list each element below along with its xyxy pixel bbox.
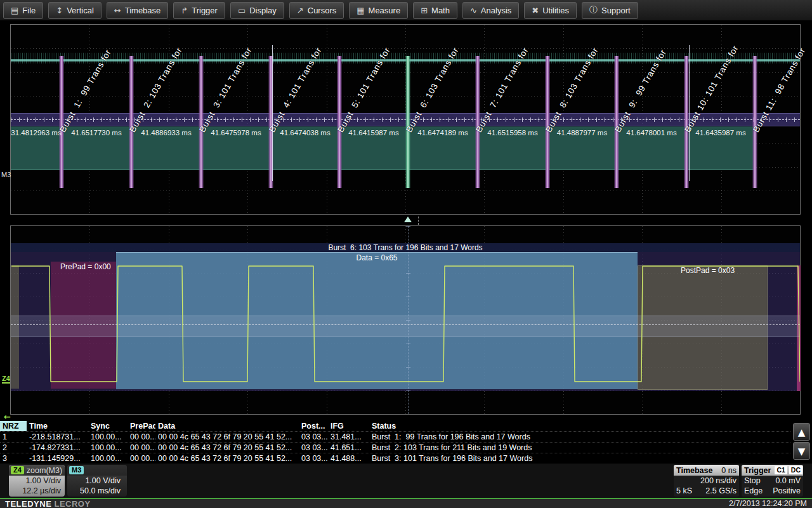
table-row[interactable]: 3-131.145929...100.00...00 00...00 00 4c… — [0, 453, 790, 464]
menu-button-support[interactable]: ⓘSupport — [582, 2, 638, 19]
cell: 41.488... — [328, 453, 369, 464]
cell: -218.518731... — [27, 432, 88, 442]
m3-descriptor-box[interactable]: M3 1.00 V/div 50.0 ms/div — [67, 465, 127, 497]
cell: Burst 3: 101 Trans for 196 Bits and 17 W… — [369, 453, 790, 464]
menu-label: Analysis — [481, 6, 511, 15]
cell: 00 00... — [128, 443, 155, 453]
trigger-icon: ↱ — [181, 6, 188, 15]
column-header-sync: Sync — [88, 421, 128, 431]
file-icon: ▤ — [11, 6, 18, 15]
timebase-icon: ↔ — [114, 6, 121, 15]
cell: -174.827331... — [27, 443, 88, 453]
ifg-time-label: 41.6474038 ms — [271, 129, 339, 137]
timebase-samples: 5 kS — [676, 486, 692, 496]
menu-button-analysis[interactable]: ∿Analysis — [462, 2, 519, 19]
menu-label: Display — [249, 6, 277, 15]
trigger-box[interactable]: Trigger C1 DC Stop 0.0 mV Edge Positive — [742, 465, 803, 497]
timebase-offset: 0 ns — [721, 466, 737, 475]
cell: 00 00... — [128, 453, 155, 464]
timebase-title: Timebase — [676, 466, 712, 475]
footer-bar: TELEDYNE LECROY 2/7/2013 12:24:20 PM — [0, 499, 812, 508]
center-axis-segment — [418, 217, 419, 225]
menu-label: Math — [431, 6, 450, 15]
menu-button-trigger[interactable]: ↱Trigger — [173, 2, 225, 19]
menu-label: Support — [601, 6, 631, 15]
menu-bar: ▤File↕Vertical↔Timebase↱Trigger▭Display↗… — [0, 0, 812, 21]
cell: 00 00 4c 65 43 72 6f 79 20 55 41 52... — [155, 443, 299, 453]
z4-edge-label[interactable]: Z4 — [2, 375, 10, 384]
zoom-grid-z4: Burst 6: 103 Trans for 196 Bits and 17 W… — [10, 225, 801, 415]
trigger-type: Edge — [744, 486, 763, 496]
m3-vdiv: 1.00 V/div — [67, 476, 127, 486]
menu-label: File — [22, 6, 36, 15]
cursor-line[interactable] — [272, 45, 273, 181]
cell: 100.00... — [88, 453, 128, 464]
column-header-data: Data — [155, 421, 299, 431]
ifg-time-label: 31.4812963 ms — [11, 129, 62, 137]
trigger-slope: Positive — [773, 486, 801, 496]
cursor-line[interactable] — [689, 45, 690, 181]
z4-vdiv: 1.00 V/div — [9, 476, 65, 486]
ifg-time-label: 41.6435987 ms — [686, 129, 755, 137]
cell: 2 — [0, 443, 27, 453]
menu-button-display[interactable]: ▭Display — [230, 2, 284, 19]
menu-label: Cursors — [308, 6, 337, 15]
timebase-tdiv: 200 ns/div — [700, 476, 737, 486]
main-grid-m3: Burst 1: 99 Trans forBurst 2: 103 Trans … — [10, 24, 801, 215]
postpad-label: PostPad = 0x03 — [681, 266, 735, 275]
ifg-time-label: 41.6415987 ms — [339, 129, 408, 137]
menu-button-math[interactable]: ⊞Math — [413, 2, 457, 19]
trigger-level: 0.0 mV — [775, 476, 801, 486]
table-scroll-down-button[interactable]: ▼ — [793, 442, 810, 460]
cell: 00 00... — [128, 432, 155, 442]
cell: 00 00 4c 65 43 72 6f 79 20 55 41 52... — [155, 453, 299, 464]
timebase-rate: 2.5 GS/s — [705, 486, 737, 496]
table-row[interactable]: 2-174.827331...100.00...00 00...00 00 4c… — [0, 442, 790, 453]
math-icon: ⊞ — [421, 6, 428, 15]
z4-title: zoom(M3) — [27, 466, 62, 475]
cell: -131.145929... — [27, 453, 88, 464]
menu-label: Measure — [369, 6, 401, 15]
menu-label: Vertical — [67, 6, 94, 15]
menu-button-measure[interactable]: ▦Measure — [349, 2, 408, 19]
menu-button-utilities[interactable]: ✖Utilities — [524, 2, 577, 19]
timebase-box[interactable]: Timebase 0 ns 200 ns/div 5 kS 2.5 GS/s — [674, 465, 739, 497]
cell: 03 03... — [299, 432, 328, 442]
column-header-nrz: NRZ — [0, 421, 27, 431]
ifg-time-label: 41.6474189 ms — [408, 129, 478, 137]
brand-logo: TELEDYNE LECROY — [5, 499, 91, 508]
measure-icon: ▦ — [357, 6, 364, 15]
status-strip: Z4 zoom(M3) 1.00 V/div 12.2 µs/div M3 1.… — [0, 464, 812, 498]
column-header-time: Time — [27, 421, 88, 431]
cell: 03 03... — [299, 443, 328, 453]
column-header-post: Post... — [299, 421, 328, 431]
m3-chip: M3 — [69, 466, 84, 474]
z4-descriptor-box[interactable]: Z4 zoom(M3) 1.00 V/div 12.2 µs/div — [9, 465, 65, 497]
menu-button-vertical[interactable]: ↕Vertical — [48, 2, 102, 19]
cell: 41.651... — [328, 443, 369, 453]
decode-table: NRZTimeSyncPrePadDataPost...IFGStatus1-2… — [0, 421, 790, 464]
cell: 03 03... — [299, 453, 328, 464]
cell: 1 — [0, 432, 27, 442]
table-scroll-up-button[interactable]: ▲ — [793, 423, 810, 441]
m3-tdiv: 50.0 ms/div — [67, 486, 127, 496]
scroll-left-icon[interactable]: ← — [4, 412, 11, 422]
prepad-label: PrePad = 0x00 — [60, 262, 111, 271]
column-header-prepad: PrePad — [128, 421, 155, 431]
cell: 00 00 4c 65 43 72 6f 79 20 55 41 52... — [155, 432, 299, 442]
support-icon: ⓘ — [589, 4, 598, 16]
cell: 31.481... — [328, 432, 369, 442]
cell: 100.00... — [88, 432, 128, 442]
cell: Burst 1: 99 Trans for 196 Bits and 17 Wo… — [369, 432, 790, 442]
table-row[interactable]: 1-218.518731...100.00...00 00...00 00 4c… — [0, 431, 790, 442]
m3-edge-label[interactable]: M3 — [1, 171, 11, 178]
trigger-position-marker[interactable] — [404, 217, 412, 222]
ifg-time-label: 41.6475978 ms — [201, 129, 271, 137]
menu-button-cursors[interactable]: ↗Cursors — [289, 2, 344, 19]
cursors-icon: ↗ — [297, 6, 304, 15]
cell: 100.00... — [88, 443, 128, 453]
menu-button-file[interactable]: ▤File — [3, 2, 43, 19]
ifg-time-label: 41.6515958 ms — [478, 129, 547, 137]
menu-button-timebase[interactable]: ↔Timebase — [107, 2, 169, 19]
ifg-time-label: 41.4886933 ms — [131, 129, 201, 137]
